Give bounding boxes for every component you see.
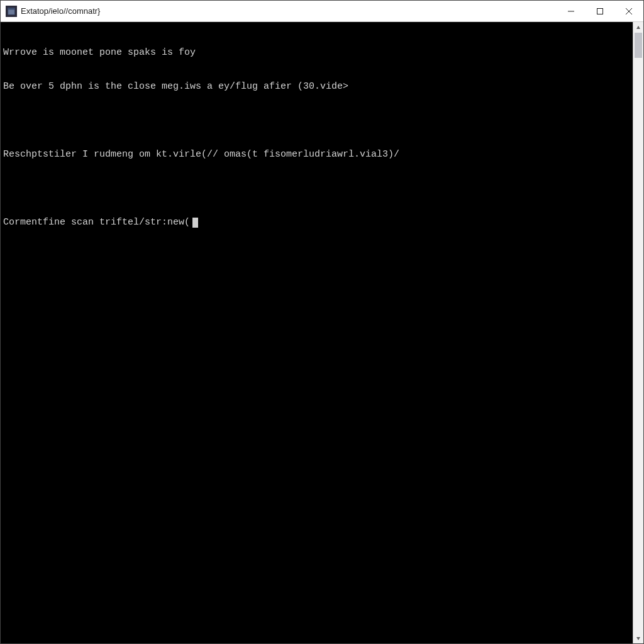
close-button[interactable] — [614, 1, 643, 21]
app-window: Extatop/ielo//comnatr} Wrro — [0, 0, 644, 644]
terminal-prompt-line: Cormentfine scan triftel/str:new( — [3, 217, 630, 228]
terminal-line: Be over 5 dphn is the close meg.iws a ey… — [3, 81, 630, 92]
terminal-line — [3, 115, 630, 126]
titlebar-left: Extatop/ielo//comnatr} — [1, 6, 100, 17]
terminal-prompt-text: Cormentfine scan triftel/str:new( — [3, 217, 190, 228]
scroll-up-button[interactable] — [633, 22, 643, 33]
svg-rect-3 — [597, 8, 603, 14]
svg-rect-1 — [8, 8, 15, 9]
chevron-down-icon — [636, 636, 641, 641]
content-wrapper: Wrrove is moonet pone spaks is foy Be ov… — [1, 22, 643, 643]
window-title: Extatop/ielo//comnatr} — [21, 6, 100, 16]
terminal-line — [3, 183, 630, 194]
svg-marker-6 — [636, 26, 640, 29]
chevron-up-icon — [636, 25, 641, 30]
titlebar[interactable]: Extatop/ielo//comnatr} — [1, 1, 643, 22]
svg-marker-7 — [636, 637, 640, 640]
vertical-scrollbar[interactable] — [633, 22, 643, 643]
app-icon — [6, 6, 17, 17]
terminal-cursor — [192, 218, 198, 228]
scroll-track[interactable] — [633, 33, 643, 633]
maximize-button[interactable] — [586, 1, 614, 21]
maximize-icon — [596, 8, 604, 15]
minimize-icon — [567, 8, 575, 15]
terminal-output[interactable]: Wrrove is moonet pone spaks is foy Be ov… — [1, 22, 633, 643]
scroll-thumb[interactable] — [635, 33, 642, 58]
close-icon — [625, 8, 633, 15]
terminal-line: Wrrove is moonet pone spaks is foy — [3, 47, 630, 58]
minimize-button[interactable] — [557, 1, 586, 21]
terminal-line: Reschptstiler I rudmeng om kt.virle(// o… — [3, 149, 630, 160]
window-controls — [557, 1, 643, 21]
scroll-down-button[interactable] — [633, 633, 643, 643]
